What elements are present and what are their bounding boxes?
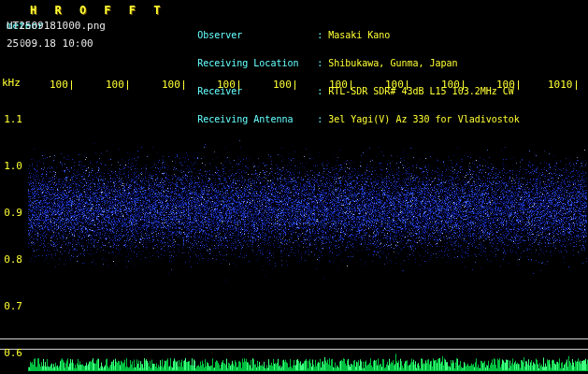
info-label: Receiving Antenna: [197, 115, 317, 124]
app-title: H R O F F T: [30, 4, 165, 17]
info-value: Masaki Kano: [328, 30, 390, 40]
y-tick-1.0: 1.0: [0, 160, 22, 172]
observation-info: Observer:Masaki Kano Receiving Location:…: [164, 3, 520, 134]
colon: :: [317, 30, 328, 40]
hrofft-window: H R O F F T UT2509181000.pngmeteor 25.09…: [0, 0, 588, 374]
y-tick-0.9: 0.9: [0, 207, 22, 219]
y-axis-unit: kHz: [2, 77, 21, 89]
tick-mark: [576, 80, 577, 90]
filename-line: UT2509181000.pngmeteor: [7, 20, 44, 32]
x-tick-1004: 100: [217, 79, 239, 90]
tick-mark: [463, 80, 464, 90]
x-tick-1002: 100: [106, 79, 128, 90]
info-row-antenna: Receiving Antenna:3el Yagi(V) Az 330 for…: [164, 106, 520, 115]
x-tick-1001: 100: [50, 79, 72, 90]
colon: :: [317, 86, 328, 96]
colon: :: [317, 114, 328, 124]
tick-mark: [518, 80, 519, 90]
x-tick-1007: 100: [385, 79, 408, 90]
output-filename: UT2509181000.png: [7, 20, 106, 32]
tick-mark: [238, 80, 239, 90]
info-label: Observer: [197, 31, 317, 40]
tick-mark: [351, 80, 351, 90]
tick-mark: [127, 80, 128, 90]
info-label: Receiving Location: [197, 59, 317, 68]
observation-datetime: 25.09.18 10:00: [7, 37, 93, 50]
tick-mark: [407, 80, 408, 90]
info-value: 3el Yagi(V) Az 330 for Vladivostok: [328, 114, 520, 124]
y-tick-0.8: 0.8: [0, 253, 22, 266]
tick-mark: [71, 80, 72, 90]
tick-mark: [183, 80, 184, 90]
x-tick-1006: 100: [329, 79, 351, 90]
x-tick-1008: 100: [441, 79, 464, 90]
y-tick-0.6: 0.6: [0, 347, 22, 359]
info-row-observer: Observer:Masaki Kano: [164, 22, 520, 31]
x-tick-1005: 100: [273, 79, 295, 90]
info-label: Receiver: [197, 87, 317, 96]
info-row-location: Receiving Location:Shibukawa, Gunma, Jap…: [164, 50, 520, 59]
x-tick-1009: 100: [496, 79, 519, 90]
info-value: Shibukawa, Gunma, Japan: [328, 58, 457, 68]
x-tick-1003: 100: [162, 79, 184, 90]
colon: :: [317, 58, 328, 68]
y-tick-0.7: 0.7: [0, 300, 22, 312]
date-line: 25.09.18 10:000..: [7, 37, 36, 50]
signal-level-ref-line-upper: [0, 338, 588, 339]
y-tick-1.1: 1.1: [0, 113, 22, 125]
info-value: RTL-SDR SDR# 43dB L15 103.2MHz CW: [328, 86, 514, 96]
tick-mark: [294, 80, 295, 90]
x-tick-1010: 1010: [548, 79, 577, 90]
signal-level-ref-line-lower: [0, 349, 588, 350]
